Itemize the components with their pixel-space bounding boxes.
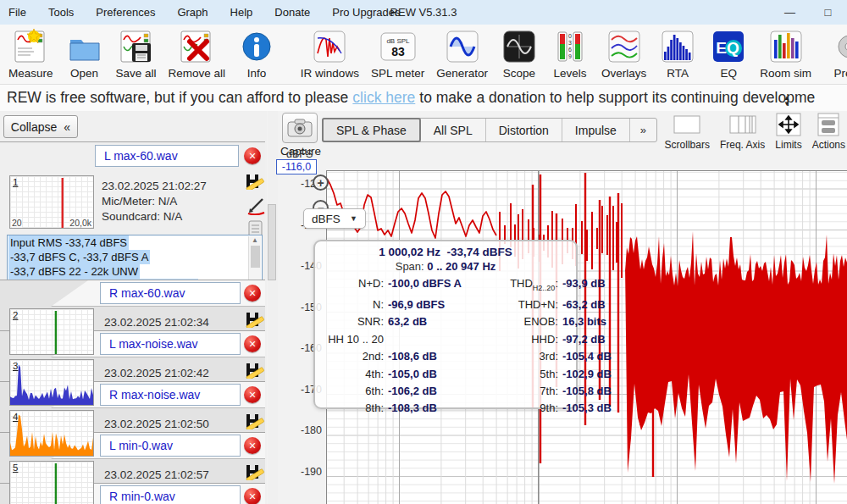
graph-pane: Capture SPL & PhaseAll SPLDistortionImpu…	[280, 111, 847, 504]
donation-banner: REW is free software, but if you can aff…	[0, 85, 847, 111]
open-folder-icon	[66, 28, 103, 65]
menu-donate[interactable]: Donate	[274, 6, 310, 19]
metric-value: 63,2 dB	[388, 313, 483, 330]
spinner-icon[interactable]: ▲▼	[783, 95, 790, 107]
distortion-metrics: N+D: -100,0 dBFS A THDH2..20: -93,9 dBN:…	[324, 275, 567, 418]
more-tabs-button[interactable]: »	[630, 119, 656, 141]
tab-all-spl[interactable]: All SPL	[421, 119, 486, 141]
measurement-sidebar: L max-60.wav ✕ 1 20 20,0k 23.02.2025 21:…	[0, 111, 267, 504]
measurement-thumbnail[interactable]: 4	[9, 410, 94, 457]
edit-trace-icon[interactable]	[244, 411, 264, 429]
graph-tool-limits[interactable]: Limits	[775, 113, 801, 151]
actions-icon	[817, 113, 839, 136]
toolbar-button-generator[interactable]: Generator	[436, 28, 488, 80]
measurement-thumbnail[interactable]: 2	[9, 308, 94, 355]
measurement-thumbnail[interactable]: 1 20 20,0k	[9, 175, 94, 229]
measurement-date: 23.02.2025 21:02:57	[104, 468, 209, 481]
menu-tools[interactable]: Tools	[48, 6, 74, 19]
toolbar-button-spl-meter[interactable]: dB SPL83 SPL meter	[371, 28, 424, 80]
edit-trace-icon[interactable]	[244, 360, 264, 379]
menu-graph[interactable]: Graph	[177, 6, 208, 19]
cursor-info-panel: 1 000,02 Hz -33,74 dBFS Span: 0 .. 20 94…	[313, 240, 578, 409]
metric-label: 9th:	[483, 400, 562, 417]
menu-help[interactable]: Help	[230, 6, 253, 19]
toolbar-button-eq[interactable]: EQ EQ	[709, 28, 748, 80]
info-line: -33,7 dBFS 22 - 22k UNW	[8, 264, 140, 279]
y-axis-tick: -190	[280, 466, 322, 478]
capture-button[interactable]	[282, 113, 318, 143]
toolbar-button-info[interactable]: Info	[237, 28, 276, 80]
delete-measurement-button[interactable]: ✕	[244, 285, 261, 302]
zoom-in-button[interactable]: +	[313, 174, 329, 191]
measurement-mic: Mic/Meter: N/A	[102, 195, 177, 208]
menu-file[interactable]: File	[8, 6, 26, 19]
metric-label: ENOB:	[483, 313, 562, 330]
metric-label: 7th:	[483, 383, 562, 400]
toolbar-button-levels[interactable]: 0369 Levels	[551, 28, 590, 80]
measurement-name-field[interactable]: L max-noise.wav	[100, 333, 241, 355]
measurement-soundcard: Soundcard: N/A	[102, 210, 182, 223]
unit-dropdown[interactable]: dBFS ▼	[303, 208, 366, 229]
svg-text:EQ: EQ	[717, 39, 739, 57]
minimize-button[interactable]: —	[771, 0, 809, 25]
remove-all-icon	[178, 28, 215, 65]
metric-value: -102,9 dB	[562, 366, 612, 383]
maximize-button[interactable]: □	[809, 0, 847, 25]
camera-icon	[287, 118, 313, 138]
measurement-name-field[interactable]: R max-noise.wav	[100, 384, 241, 406]
collapse-sidebar-button[interactable]: Collapse«	[3, 115, 78, 138]
menu-pro-upgrades[interactable]: Pro Upgrades	[332, 6, 400, 19]
measurement-date: 23.02.2025 21:02:42	[104, 367, 209, 379]
metric-value: -100,0 dBFS A	[388, 275, 483, 296]
toolbar-button-measure[interactable]: Measure	[8, 28, 53, 80]
graph-tool-scrollbars[interactable]: Scrollbars	[665, 113, 710, 151]
donation-link[interactable]: click here	[352, 89, 415, 107]
svg-text:83: 83	[391, 45, 405, 58]
eq-icon: EQ	[710, 28, 747, 65]
toolbar-button-remove-all[interactable]: Remove all	[169, 28, 226, 80]
edit-trace-icon[interactable]	[244, 171, 264, 190]
svg-text:0: 0	[568, 33, 572, 39]
toolbar-button-scope[interactable]: Scope	[500, 28, 539, 80]
span-readout: Span: 0 .. 20 947 Hz	[324, 260, 567, 273]
edit-trace-icon[interactable]	[244, 462, 264, 480]
metric-label: 2nd:	[324, 348, 388, 365]
metric-value: -105,0 dB	[388, 366, 483, 383]
toolbar-button-ir-windows[interactable]: IR windows	[301, 28, 359, 80]
room-sim-icon	[767, 28, 805, 65]
toolbar-button-room-sim[interactable]: Room sim	[760, 28, 811, 80]
delete-measurement-button[interactable]: ✕	[244, 335, 261, 352]
metric-label: 6th:	[324, 383, 388, 400]
delete-measurement-button[interactable]: ✕	[244, 386, 261, 403]
measurement-card[interactable]: R max-60.wav ✕ 23.02.2025 21:02:34 2	[0, 280, 265, 330]
tab-impulse[interactable]: Impulse	[562, 119, 630, 141]
graph-tool-freq-axis[interactable]: Freq. Axis	[720, 113, 765, 151]
metric-label: N+D:	[324, 275, 388, 296]
toolbar-button-pre[interactable]: Pre	[823, 28, 847, 80]
toolbar-button-open[interactable]: Open	[65, 28, 104, 80]
toolbar-button-rta[interactable]: RTA	[658, 28, 697, 80]
axis-top-limit-field[interactable]: -116,0	[276, 159, 317, 174]
measurement-card-selected[interactable]: L max-60.wav ✕ 1 20 20,0k 23.02.2025 21:…	[0, 141, 265, 285]
measurement-name-field[interactable]: L max-60.wav	[95, 145, 239, 167]
metric-value	[388, 331, 483, 348]
notes-pencil-icon[interactable]	[246, 197, 266, 215]
measurement-thumbnail[interactable]: 3	[9, 359, 94, 406]
delete-measurement-button[interactable]: ✕	[244, 437, 261, 454]
delete-measurement-button[interactable]: ✕	[244, 488, 261, 504]
measurement-date: 23.02.2025 21:02:50	[104, 418, 209, 430]
toolbar-button-save-all[interactable]: Save all	[116, 28, 157, 80]
collapse-chevron-icon: «	[64, 120, 70, 134]
tab-spl-phase[interactable]: SPL & Phase	[322, 118, 421, 142]
toolbar-button-overlays[interactable]: Overlays	[601, 28, 646, 80]
measurement-name-field[interactable]: L min-0.wav	[100, 435, 241, 457]
measurement-name-field[interactable]: R min-0.wav	[100, 485, 241, 504]
measurement-name-field[interactable]: R max-60.wav	[100, 282, 241, 304]
graph-tool-actions[interactable]: Actions	[812, 113, 845, 151]
edit-trace-icon[interactable]	[244, 309, 264, 328]
tab-distortion[interactable]: Distortion	[486, 119, 562, 141]
save-all-icon	[118, 28, 155, 65]
menu-preferences[interactable]: Preferences	[96, 6, 155, 19]
delete-measurement-button[interactable]: ✕	[244, 147, 261, 164]
measurement-thumbnail[interactable]: 5	[9, 461, 94, 504]
